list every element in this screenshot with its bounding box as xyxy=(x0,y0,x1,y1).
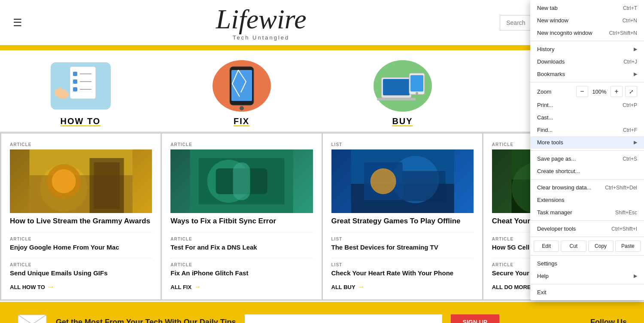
svg-point-37 xyxy=(52,169,76,193)
article-img-fitbit xyxy=(170,149,313,213)
article-title-iphone[interactable]: Fix An iPhone Glitch Fast xyxy=(170,269,313,277)
article-img-grammy xyxy=(10,149,152,213)
all-buy-link[interactable]: ALL BUY → xyxy=(331,283,474,291)
all-how-to-link[interactable]: ALL HOW TO → xyxy=(10,283,152,291)
menu-divider-3 xyxy=(530,150,644,151)
hamburger-icon[interactable]: ☰ xyxy=(13,17,22,29)
menu-item-help[interactable]: Help ▶ xyxy=(530,270,644,282)
menu-item-new-window[interactable]: New window Ctrl+N xyxy=(530,14,644,27)
svg-point-19 xyxy=(240,106,244,110)
menu-item-downloads[interactable]: Downloads Ctrl+J xyxy=(530,55,644,68)
svg-rect-39 xyxy=(94,162,120,209)
buy-list-type-1: LIST xyxy=(331,142,474,147)
daily-tips-label: Get the Most From Your Tech With Our Dai… xyxy=(56,318,236,323)
menu-divider-5 xyxy=(530,220,644,221)
svg-rect-11 xyxy=(62,89,65,96)
article-title-heart-rate[interactable]: Check Your Heart Rate With Your Phone xyxy=(331,269,474,277)
fix-column: ARTICLE Ways to Fix a Fitbit Sync Error … xyxy=(162,134,321,299)
category-label-buy: BUY xyxy=(326,116,479,126)
all-how-to-arrow: → xyxy=(48,283,55,291)
menu-divider-7 xyxy=(530,255,644,256)
svg-rect-2 xyxy=(73,72,77,76)
submenu-clear-browsing[interactable]: Clear browsing data... Ctrl+Shift+Del xyxy=(530,181,644,194)
submenu-extensions[interactable]: Extensions xyxy=(530,194,644,206)
submenu-developer-tools[interactable]: Developer tools Ctrl+Shift+I xyxy=(530,222,644,235)
zoom-label: Zoom xyxy=(537,88,574,95)
paste-button[interactable]: Paste xyxy=(615,241,641,252)
menu-item-find[interactable]: Find... Ctrl+F xyxy=(530,124,644,136)
fix-article-type-1: ARTICLE xyxy=(170,142,313,147)
menu-divider-8 xyxy=(530,284,644,284)
all-fix-text: ALL FIX xyxy=(170,284,191,290)
menu-item-more-tools[interactable]: More tools ▶ xyxy=(530,136,644,149)
menu-divider-1 xyxy=(530,41,644,41)
svg-rect-9 xyxy=(58,87,62,97)
all-fix-link[interactable]: ALL FIX → xyxy=(170,283,313,291)
category-fix: FIX xyxy=(161,50,322,131)
category-how-to: HOW TO xyxy=(0,50,161,131)
email-icon-area xyxy=(17,311,47,323)
logo: Lifewire xyxy=(216,4,307,34)
logo-area: Lifewire Tech Untangled xyxy=(216,4,307,41)
article-title-dns[interactable]: Test For and Fix a DNS Leak xyxy=(170,243,313,252)
email-input[interactable] xyxy=(245,314,442,323)
zoom-fullscreen-button[interactable]: ⤢ xyxy=(625,86,637,97)
all-buy-text: ALL BUY xyxy=(331,284,355,290)
submenu-create-shortcut[interactable]: Create shortcut... xyxy=(530,165,644,177)
how-to-column: ARTICLE How to Live Stream the Grammy Aw… xyxy=(1,134,161,299)
signup-button[interactable]: SIGN UP xyxy=(451,314,500,323)
category-label-how-to: HOW TO xyxy=(4,116,157,126)
svg-rect-22 xyxy=(383,79,410,95)
submenu-task-manager[interactable]: Task manager Shift+Esc xyxy=(530,206,644,219)
buy-illustration xyxy=(368,58,437,114)
article-type-label: ARTICLE xyxy=(10,142,152,147)
zoom-plus-button[interactable]: + xyxy=(611,86,623,97)
category-buy: BUY xyxy=(322,50,483,131)
menu-item-exit[interactable]: Exit xyxy=(530,286,644,299)
fix-article-type-2: ARTICLE xyxy=(170,237,313,241)
all-how-to-text: ALL HOW TO xyxy=(10,284,45,290)
menu-item-incognito[interactable]: New incognito window Ctrl+Shift+N xyxy=(530,27,644,39)
chrome-context-menu: New tab Ctrl+T New window Ctrl+N New inc… xyxy=(530,0,644,300)
article-title-streaming[interactable]: The Best Devices for Streaming TV xyxy=(331,243,474,252)
menu-item-history[interactable]: History ▶ xyxy=(530,43,644,55)
daily-tips-section: Get the Most From Your Tech With Our Dai… xyxy=(0,302,644,323)
menu-item-cast[interactable]: Cast... xyxy=(530,111,644,124)
svg-rect-6 xyxy=(73,87,77,91)
menu-divider-6 xyxy=(530,237,644,237)
follow-us-label: Follow Us xyxy=(590,318,627,323)
article-title-emails[interactable]: Send Unique Emails Using GIFs xyxy=(10,269,152,277)
zoom-minus-button[interactable]: − xyxy=(576,86,588,97)
article-title-fitbit[interactable]: Ways to Fix a Fitbit Sync Error xyxy=(170,216,313,226)
menu-item-new-tab[interactable]: New tab Ctrl+T xyxy=(530,2,644,14)
article-img-strategy xyxy=(331,149,474,213)
zoom-row: Zoom − 100% + ⤢ xyxy=(530,84,644,99)
buy-column: LIST Great Strategy Games To Play Offlin… xyxy=(323,134,482,299)
all-buy-arrow: → xyxy=(358,283,365,291)
article-type-label-3: ARTICLE xyxy=(10,262,152,267)
svg-rect-25 xyxy=(410,75,423,91)
menu-item-bookmarks[interactable]: Bookmarks ▶ xyxy=(530,68,644,80)
svg-point-26 xyxy=(416,92,418,94)
copy-button[interactable]: Copy xyxy=(588,241,614,252)
fix-illustration xyxy=(207,58,276,114)
svg-point-49 xyxy=(370,168,396,194)
menu-item-print[interactable]: Print... Ctrl+P xyxy=(530,99,644,111)
category-label-fix: FIX xyxy=(165,116,318,126)
article-type-label-2: ARTICLE xyxy=(10,237,152,241)
article-title-google-home[interactable]: Enjoy Google Home From Your Mac xyxy=(10,243,152,252)
buy-list-type-3: LIST xyxy=(331,262,474,267)
svg-rect-58 xyxy=(18,315,46,323)
all-fix-arrow: → xyxy=(194,283,201,291)
menu-divider-4 xyxy=(530,179,644,180)
article-title-grammy[interactable]: How to Live Stream the Grammy Awards xyxy=(10,216,152,226)
article-title-strategy[interactable]: Great Strategy Games To Play Offline xyxy=(331,216,474,226)
menu-divider-2 xyxy=(530,82,644,82)
svg-rect-23 xyxy=(377,98,416,101)
menu-item-settings[interactable]: Settings xyxy=(530,257,644,270)
submenu-save-page[interactable]: Save page as... Ctrl+S xyxy=(530,152,644,165)
cut-button[interactable]: Cut xyxy=(561,241,586,252)
how-to-illustration xyxy=(46,58,115,114)
edit-button[interactable]: Edit xyxy=(534,241,559,252)
svg-rect-44 xyxy=(233,162,250,200)
